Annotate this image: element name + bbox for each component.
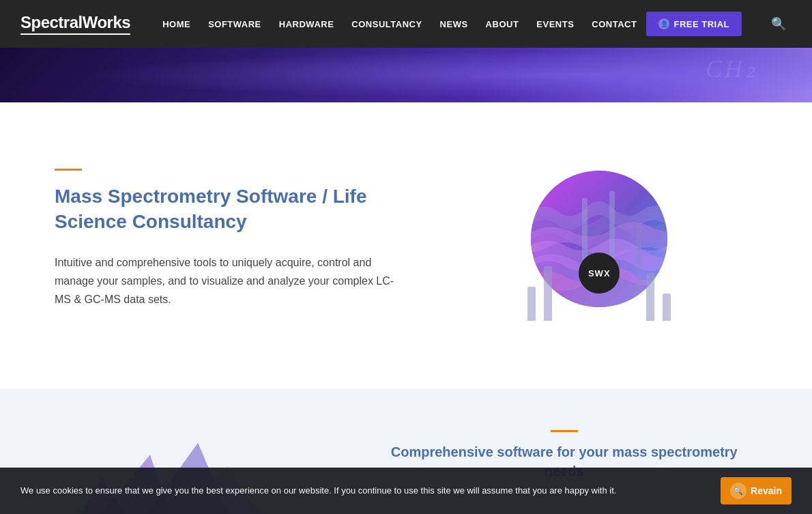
outer-bar-left2 [544, 266, 552, 321]
nav-home[interactable]: HOME [154, 14, 199, 35]
main-description: Intuitive and comprehensive tools to uni… [55, 253, 396, 309]
outer-bar-right [646, 273, 654, 321]
nav-free-trial[interactable]: 👤 FREE TRIAL [646, 12, 742, 36]
revain-icon: 🔍 [730, 483, 746, 499]
nav-hardware[interactable]: HARDWARE [271, 14, 343, 35]
nav-events[interactable]: EVENTS [528, 14, 582, 35]
swx-illustration: SWX [524, 164, 674, 314]
cookie-banner: We use cookies to ensure that we give yo… [0, 468, 812, 514]
revain-label: Revain [751, 485, 782, 496]
main-heading: Mass Spectrometry Software / Life Scienc… [55, 184, 396, 234]
nav-news[interactable]: NEWS [432, 14, 476, 35]
nav-about[interactable]: ABOUT [478, 14, 527, 35]
search-icon[interactable]: 🔍 [766, 11, 792, 37]
navbar: SpectralWorks HOME SOFTWARE HARDWARE CON… [0, 0, 812, 48]
cookie-text: We use cookies to ensure that we give yo… [20, 484, 707, 498]
nav-software[interactable]: SOFTWARE [200, 14, 270, 35]
main-section: Mass Spectrometry Software / Life Scienc… [0, 102, 812, 389]
hero-overlay-text: CH₂ [706, 55, 757, 83]
nav-contact[interactable]: CONTACT [583, 14, 645, 35]
content-left: Mass Spectrometry Software / Life Scienc… [55, 169, 396, 309]
person-icon: 👤 [658, 18, 669, 29]
nav-links: HOME SOFTWARE HARDWARE CONSULTANCY NEWS … [154, 12, 742, 36]
hero-banner: CH₂ [0, 48, 812, 102]
content-right: SWX [441, 164, 758, 314]
revain-badge[interactable]: 🔍 Revain [721, 477, 792, 504]
site-logo[interactable]: SpectralWorks [20, 13, 130, 35]
swx-badge: SWX [579, 253, 620, 294]
outer-bar-right2 [663, 294, 671, 321]
nav-consultancy[interactable]: CONSULTANCY [343, 14, 430, 35]
outer-bar-left [527, 287, 536, 321]
orange-divider [55, 169, 82, 171]
section-orange-line [551, 430, 578, 432]
